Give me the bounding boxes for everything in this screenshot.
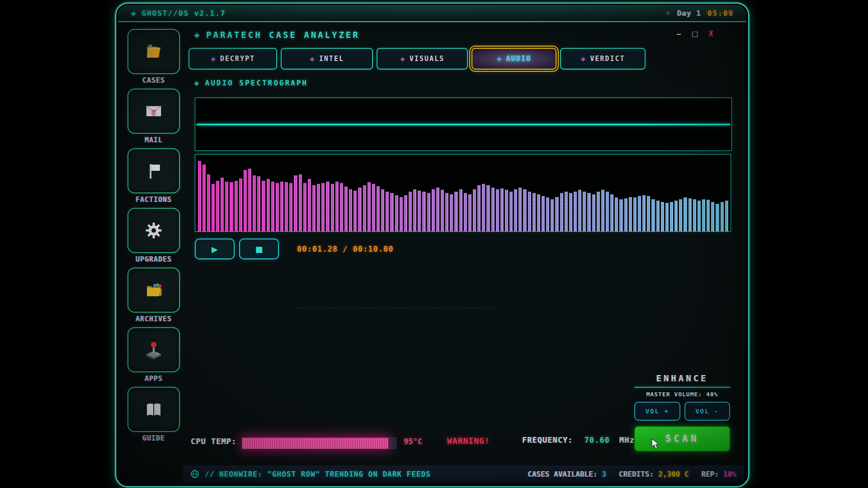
archive-icon	[142, 279, 165, 301]
sidebar-label: GUIDE	[142, 434, 165, 442]
cases-button[interactable]	[127, 29, 180, 74]
diamond-icon: ◈	[497, 55, 502, 62]
factions-button[interactable]	[127, 148, 180, 193]
jet-icon: ✈	[665, 9, 671, 17]
spectrum-bar	[331, 184, 334, 231]
os-titlebar-right: ✈ Day 1 05:09	[665, 9, 734, 18]
tab-label: VERDICT	[590, 55, 625, 63]
os-titlebar-left: ◈ GHOST//OS v2.1.7	[131, 9, 226, 18]
tab-label: INTEL	[319, 55, 344, 63]
spectrum-bar	[656, 201, 660, 231]
cpu-temp-bar	[242, 437, 396, 449]
diamond-icon: ◈	[194, 79, 199, 87]
mouse-cursor	[651, 438, 661, 450]
spectrum-bar	[551, 199, 554, 231]
spectrum-bar	[418, 191, 421, 231]
volume-down-button[interactable]: VOL -	[684, 402, 731, 421]
guide-button[interactable]	[127, 387, 180, 432]
close-button[interactable]: X	[709, 30, 713, 38]
spectrum-bar	[276, 183, 279, 231]
master-volume-value: 40%	[706, 391, 718, 398]
cases-available: CASES AVAILABLE: 3	[528, 470, 606, 479]
sidebar: CASES @ MAIL	[122, 29, 186, 446]
volume-up-button[interactable]: VOL +	[634, 402, 680, 421]
spectrum-bar	[601, 190, 604, 231]
spectrum-bar	[693, 199, 696, 231]
upgrades-button[interactable]	[127, 208, 180, 253]
spectrum-bar	[308, 179, 311, 231]
screen-artifact-line	[292, 307, 494, 308]
sidebar-item-apps: APPS	[122, 327, 186, 387]
spectrum-bar	[459, 189, 462, 232]
diamond-icon: ◈	[581, 55, 586, 62]
tab-decrypt[interactable]: ◈ DECRYPT	[189, 48, 277, 70]
app-header: ◈ PARATECH CASE ANALYZER	[194, 30, 360, 40]
reputation: REP: 10%	[702, 470, 736, 479]
spectrum-bar	[390, 193, 393, 231]
tab-visuals[interactable]: ◈ VISUALS	[377, 48, 468, 70]
sidebar-label: UPGRADES	[136, 255, 172, 263]
sidebar-item-guide: GUIDE	[122, 387, 186, 446]
spectrum-bar	[203, 164, 206, 231]
archives-button[interactable]	[127, 267, 180, 313]
scan-button[interactable]: SCAN	[634, 426, 730, 451]
spectrum-bar	[565, 192, 568, 231]
spectrum-bar	[477, 185, 481, 231]
sidebar-item-factions: FACTIONS	[122, 148, 186, 208]
spectrum-panel	[195, 154, 731, 232]
spectrum-bar	[198, 161, 201, 231]
tab-label: DECRYPT	[220, 55, 255, 63]
sidebar-label: MAIL	[145, 136, 163, 144]
spectrum-bar	[537, 194, 540, 231]
spectrum-bar	[368, 182, 371, 231]
tab-label: VISUALS	[410, 55, 444, 63]
stop-button[interactable]: ■	[239, 239, 279, 259]
transport-controls: ▶ ■ 00:01.28 / 00:10.00	[195, 239, 393, 259]
play-button[interactable]: ▶	[195, 239, 235, 259]
spectrum-bar	[207, 174, 210, 231]
maximize-button[interactable]: □	[692, 30, 698, 38]
spectrum-bar	[555, 197, 558, 232]
tab-audio[interactable]: ◈ AUDIO	[472, 48, 557, 70]
spectrum-bar	[326, 182, 329, 232]
spectrum-bar	[679, 199, 682, 231]
frequency-value: 70.60	[585, 436, 610, 445]
tab-verdict[interactable]: ◈ VERDICT	[560, 48, 646, 70]
spectrum-bar	[574, 192, 577, 231]
spectrum-bar	[244, 170, 247, 231]
sidebar-item-cases: CASES	[122, 29, 186, 89]
sidebar-label: FACTIONS	[136, 196, 172, 204]
spectrum-bar	[482, 184, 485, 231]
book-icon	[142, 398, 165, 421]
spectrum-bar	[363, 185, 366, 231]
spectrum-bar	[587, 193, 590, 231]
spectrum-bar	[312, 185, 316, 231]
spectrum-bar	[225, 182, 228, 232]
spectrum-bar	[523, 189, 526, 232]
gear-icon	[142, 219, 165, 242]
apps-button[interactable]	[127, 327, 180, 372]
waveform-panel	[195, 98, 732, 151]
spectrum-bar	[642, 195, 646, 231]
spectrum-bar	[340, 183, 343, 231]
tab-intel[interactable]: ◈ INTEL	[281, 48, 373, 70]
status-stats-group: CASES AVAILABLE: 3 CREDITS: 2,300 C REP:…	[528, 470, 736, 479]
minimize-button[interactable]: —	[677, 30, 681, 38]
spectrum-bar	[633, 197, 637, 231]
spectrum-bar	[321, 183, 325, 231]
spectrum-bar	[216, 181, 219, 231]
spectrum-bar	[533, 193, 536, 231]
os-titlebar: ◈ GHOST//OS v2.1.7 ✈ Day 1 05:09	[118, 5, 746, 22]
spectrum-bar	[464, 193, 467, 231]
spectrum-bar	[491, 188, 495, 231]
spectrum-bar	[349, 189, 352, 232]
mail-button[interactable]: @	[127, 89, 180, 134]
spectrum-bar	[262, 181, 265, 231]
spectrum-bar	[212, 184, 215, 231]
globe-icon	[190, 469, 199, 479]
cpu-warning: WARNING!	[447, 436, 490, 446]
section-title: AUDIO SPECTROGRAPH	[205, 79, 308, 87]
spectrum-bar	[670, 202, 673, 231]
window-controls: — □ X	[677, 30, 713, 38]
spectrum-bar	[381, 189, 384, 232]
